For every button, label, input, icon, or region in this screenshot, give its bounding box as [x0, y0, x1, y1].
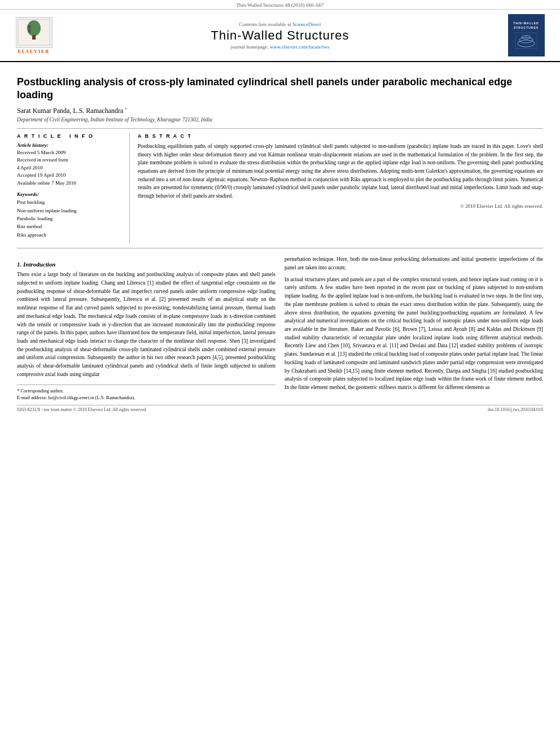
section1-heading-text: 1. Introduction: [17, 261, 55, 268]
footnote-star-line: * Corresponding author.: [17, 387, 275, 395]
journal-citation-banner: Thin-Walled Structures 48 (2010) 660–667: [0, 0, 560, 10]
keyword-5: Riks approach: [17, 231, 124, 239]
keyword-2: Non-uniform inplane loading: [17, 207, 124, 215]
footnote-area: * Corresponding author. E-mail address: …: [17, 385, 275, 402]
journal-logo-right: THIN-WALLED STRUCTURES: [504, 14, 549, 56]
homepage-link[interactable]: www.elsevier.com/locate/tws: [270, 44, 329, 50]
article-history-group: Article history: Received 5 March 2009 R…: [17, 142, 124, 187]
copyright-line: © 2010 Elsevier Ltd. All rights reserved…: [138, 203, 543, 209]
journal-name: Thin-Walled Structures: [56, 28, 504, 43]
history-available: Available online 7 May 2010: [17, 180, 124, 187]
bottom-right-text: doi:10.1016/j.tws.2010.04.010: [488, 407, 543, 412]
keywords-list: Post buckling Non-uniform inplane loadin…: [17, 198, 124, 239]
keywords-title: Keywords:: [17, 191, 124, 197]
svg-point-3: [28, 25, 31, 28]
history-revised-date: 4 April 2010: [17, 164, 124, 172]
article-info-label: A R T I C L E I N F O: [17, 133, 124, 139]
abstract-text: Postbuckling equilibrium paths of simply…: [138, 142, 543, 200]
article-info-abstract-section: A R T I C L E I N F O Article history: R…: [17, 128, 543, 248]
journal-header-center: Contents lists available at ScienceDirec…: [56, 21, 504, 50]
authors: Sarat Kumar Panda, L.S. Ramachandra *: [17, 107, 543, 115]
history-revised-label: Received in revised form: [17, 156, 124, 164]
keyword-1: Post buckling: [17, 198, 124, 206]
elsevier-text: ELSEVIER: [18, 49, 50, 54]
keywords-group: Keywords: Post buckling Non-uniform inpl…: [17, 191, 124, 239]
history-title: Article history:: [17, 142, 124, 148]
bottom-left-text: 0263-8231/$ - see front matter © 2010 El…: [17, 407, 147, 412]
elsevier-logo: ELSEVIER: [11, 17, 56, 54]
journal-citation-text: Thin-Walled Structures 48 (2010) 660–667: [236, 2, 323, 8]
abstract-label: A B S T R A C T: [138, 133, 543, 139]
body-left-column: 1. Introduction There exist a large body…: [17, 255, 275, 401]
section1-heading: 1. Introduction: [17, 261, 275, 268]
section1-right-para2: In actual structures plates and panels a…: [285, 276, 543, 392]
journal-header: ELSEVIER Contents lists available at Sci…: [0, 10, 560, 62]
sciencedirect-link[interactable]: ScienceDirect: [292, 21, 321, 27]
elsevier-logo-image: [16, 17, 53, 48]
section1-right-para1: perturbation technique. Here, both the n…: [285, 255, 543, 272]
main-content: Postbuckling analysis of cross-ply lamin…: [0, 62, 560, 418]
keyword-3: Parabolic loading: [17, 215, 124, 222]
contents-line: Contents lists available at ScienceDirec…: [56, 21, 504, 27]
article-title: Postbuckling analysis of cross-ply lamin…: [17, 76, 543, 102]
authors-text: Sarat Kumar Panda, L.S. Ramachandra *: [17, 107, 127, 115]
svg-rect-2: [32, 35, 36, 40]
affiliation: Department of Civil Engineering, Indian …: [17, 117, 543, 123]
body-content: 1. Introduction There exist a large body…: [17, 255, 543, 401]
history-received: Received 5 March 2009: [17, 149, 124, 157]
svg-rect-5: [515, 33, 537, 49]
journal-logo-box: THIN-WALLED STRUCTURES: [508, 14, 545, 56]
body-right-column: perturbation technique. Here, both the n…: [285, 255, 543, 401]
bottom-bar: 0263-8231/$ - see front matter © 2010 El…: [17, 405, 543, 412]
footnote-email-line: E-mail address: lsr@civil.iitkgp.ernet.i…: [17, 394, 275, 401]
history-accepted: Accepted 19 April 2010: [17, 172, 124, 180]
abstract-column: A B S T R A C T Postbuckling equilibrium…: [138, 133, 543, 243]
article-info-column: A R T I C L E I N F O Article history: R…: [17, 133, 130, 243]
svg-rect-4: [28, 28, 30, 33]
section1-paragraph1: There exist a large body of literature o…: [17, 270, 275, 378]
keyword-4: Ritz method: [17, 222, 124, 230]
homepage-line: journal homepage: www.elsevier.com/locat…: [56, 44, 504, 50]
